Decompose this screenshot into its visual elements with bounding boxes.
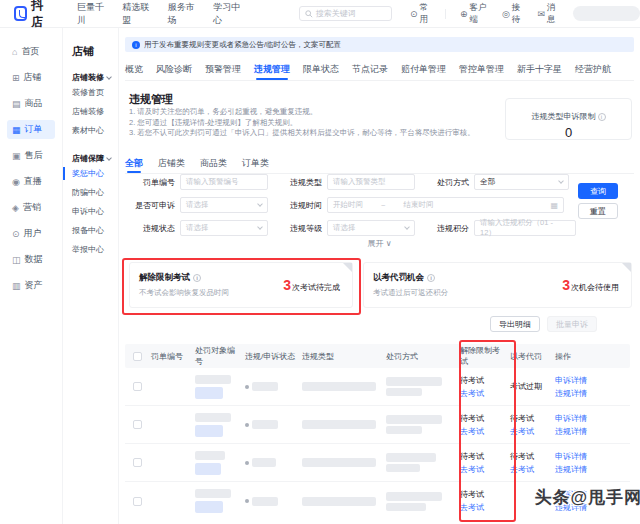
sidebar-item-goods[interactable]: ▤商品 — [7, 94, 55, 113]
sidebar-item-assets[interactable]: ▥资产 — [7, 276, 55, 295]
appeal-detail-link[interactable]: 申诉详情 — [555, 451, 626, 462]
sidebar-item-aftersale[interactable]: ▣售后 — [7, 146, 55, 165]
redacted-type — [302, 458, 376, 467]
submenu-item-report-center[interactable]: 举报中心 — [63, 240, 118, 259]
user-account-redacted[interactable] — [573, 6, 640, 21]
go-exam-link[interactable]: 去考试 — [510, 426, 551, 437]
sidebar-item-live[interactable]: ◉直播 — [7, 172, 55, 191]
info-icon[interactable]: i — [427, 274, 435, 282]
row-checkbox[interactable] — [133, 458, 142, 467]
submenu-item-shop-decoration[interactable]: 店铺装修 — [63, 102, 118, 121]
nav-alliance[interactable]: 精选联盟 — [122, 1, 151, 27]
go-exam-link[interactable]: 去考试 — [460, 426, 506, 437]
tip-line: 3. 若您不认可此次判罚可通过「申诉入口」提供相关材料后提交申诉，耐心等待，平台… — [129, 128, 491, 139]
query-button[interactable]: 查询 — [578, 183, 618, 199]
sidebar-item-shop[interactable]: ⊞店铺 — [7, 68, 55, 87]
submenu-item-appeal-center[interactable]: 申诉中心 — [63, 202, 118, 221]
penalty-method-select[interactable]: 全部 — [474, 174, 569, 190]
submenu-item-reward-punishment-center[interactable]: 奖惩中心 — [63, 164, 118, 183]
sidebar-item-orders[interactable]: ▦订单 — [7, 120, 55, 139]
violation-points-input[interactable]: 请输入违规积分（01 - 12） — [474, 220, 576, 236]
submenu-item-material-center[interactable]: 素材中心 — [63, 121, 118, 140]
nav-qianchuan[interactable]: 巨量千川 — [77, 1, 106, 27]
appeal-detail-link[interactable]: 申诉详情 — [555, 375, 626, 386]
table-row: 待考试去考试 待考试去考试 申诉详情违规详情 — [125, 444, 630, 482]
sidebar-item-home[interactable]: ⌂首页 — [7, 42, 55, 61]
row-checkbox[interactable] — [133, 382, 142, 391]
col-substitute: 以考代罚 — [510, 351, 555, 362]
start-time-placeholder: 开始时间 — [333, 200, 363, 210]
submenu-group-protection[interactable]: 店铺保障 — [72, 153, 118, 164]
tab-warning-management[interactable]: 预警管理 — [205, 58, 241, 80]
violation-detail-link[interactable]: 违规详情 — [555, 426, 626, 437]
appeal-detail-link[interactable]: 申诉详情 — [555, 413, 626, 424]
violation-status-select[interactable]: 请选择 — [180, 220, 268, 236]
violation-detail-link[interactable]: 违规详情 — [555, 388, 626, 399]
redacted-object-no — [195, 375, 231, 384]
tab-business-escort[interactable]: 经营护航 — [575, 58, 611, 80]
sidebar-item-users[interactable]: ⊙用户 — [7, 224, 55, 243]
row-checkbox[interactable] — [133, 420, 142, 429]
redacted-object-no — [195, 413, 231, 422]
quick-message[interactable]: ✉消息 — [537, 2, 558, 26]
violation-time-range[interactable]: 开始时间 ~ 结束时间 ▦ — [327, 197, 564, 213]
penalty-no-input[interactable]: 请输入预警编号 — [180, 174, 268, 190]
submenu-item-anti-fraud-center[interactable]: 防骗中心 — [63, 183, 118, 202]
redacted-object-tag — [195, 463, 221, 475]
go-exam-link[interactable]: 去考试 — [460, 464, 506, 475]
row-checkbox[interactable] — [133, 497, 142, 506]
marketing-icon: ◈ — [12, 203, 19, 213]
violation-level-select[interactable]: 请选择 — [327, 220, 415, 236]
go-exam-link[interactable]: 去考试 — [460, 388, 506, 399]
redacted-status — [252, 458, 276, 467]
primary-sidebar: ⌂首页 ⊞店铺 ▤商品 ▦订单 ▣售后 ◉直播 ◈营销 ⊙用户 ◫数据 ▥资产 — [0, 28, 63, 524]
tab-node-records[interactable]: 节点记录 — [352, 58, 388, 80]
tab-compensation-orders[interactable]: 赔付单管理 — [401, 58, 446, 80]
penalty-method-label: 处罚方式 — [429, 177, 469, 188]
reset-button[interactable]: 重置 — [578, 203, 618, 219]
douyin-shop-logo[interactable]: 抖店 — [14, 0, 53, 31]
quick-reception[interactable]: ◎接待 — [502, 2, 523, 26]
sidebar-item-marketing[interactable]: ◈营销 — [7, 198, 55, 217]
go-exam-link[interactable]: 去考试 — [460, 502, 506, 513]
subtab-goods[interactable]: 商品类 — [200, 154, 227, 173]
substitute-exam-card[interactable]: 以考代罚机会i 考试通过后可返还积分 3次机会待使用 — [363, 262, 632, 308]
substitute-status: 待考试 — [510, 451, 551, 462]
download-client-icon: ⊕ — [460, 9, 468, 19]
subtab-shop[interactable]: 店铺类 — [158, 154, 185, 173]
info-icon: i — [132, 41, 140, 49]
violation-detail-link[interactable]: 违规详情 — [555, 464, 626, 475]
batch-appeal-button-disabled[interactable]: 批量申诉 — [547, 316, 597, 332]
expand-toggle[interactable]: 展开 ∨ — [119, 238, 640, 249]
tab-control-orders[interactable]: 管控单管理 — [459, 58, 504, 80]
page-title: 违规管理 — [129, 92, 173, 107]
violation-type-input[interactable]: 请输入预警类型 — [327, 174, 415, 190]
select-all-checkbox[interactable] — [133, 352, 142, 361]
submenu-item-report-filing-center[interactable]: 报备中心 — [63, 221, 118, 240]
quick-client[interactable]: ⊕客户端 — [460, 2, 488, 26]
tab-overview[interactable]: 概览 — [125, 58, 143, 80]
order-icon: ▦ — [12, 125, 21, 135]
subtab-orders[interactable]: 订单类 — [242, 154, 269, 173]
nav-learning-center[interactable]: 学习中心 — [213, 1, 242, 27]
subtab-all[interactable]: 全部 — [125, 154, 143, 173]
tab-newbie-star[interactable]: 新手十字星 — [517, 58, 562, 80]
goods-icon: ▤ — [12, 99, 21, 109]
export-detail-button[interactable]: 导出明细 — [490, 316, 540, 332]
submenu-group-decoration[interactable]: 店铺装修 — [72, 72, 118, 83]
info-icon[interactable]: i — [598, 113, 606, 121]
tab-risk-diagnosis[interactable]: 风险诊断 — [156, 58, 192, 80]
tab-order-limit-status[interactable]: 限单状态 — [303, 58, 339, 80]
redacted-method — [386, 492, 442, 501]
quick-common[interactable]: ⊙常用 — [410, 2, 431, 26]
appealable-select[interactable]: 请选择 — [180, 197, 268, 213]
unlock-exam-card[interactable]: 解除限制考试i 不考试会影响恢复发品时间 3次考试待完成 — [129, 262, 353, 308]
go-exam-link[interactable]: 去考试 — [510, 464, 551, 475]
submenu-item-decoration-home[interactable]: 装修首页 — [63, 83, 118, 102]
search-input[interactable]: 搜索关键词 — [299, 6, 392, 21]
redacted-status — [252, 497, 278, 506]
info-icon[interactable]: i — [193, 274, 201, 282]
sidebar-item-data[interactable]: ◫数据 — [7, 250, 55, 269]
nav-service-market[interactable]: 服务市场 — [168, 1, 197, 27]
tab-violation-management[interactable]: 违规管理 — [254, 58, 290, 80]
